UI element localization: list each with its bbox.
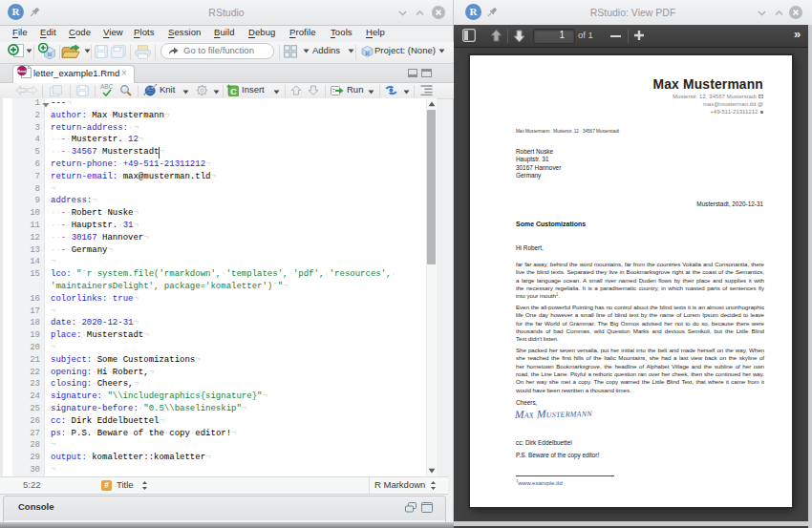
svg-text:C: C bbox=[230, 87, 237, 96]
svg-text:Rmd: Rmd bbox=[17, 69, 27, 74]
svg-text:R: R bbox=[365, 50, 370, 56]
